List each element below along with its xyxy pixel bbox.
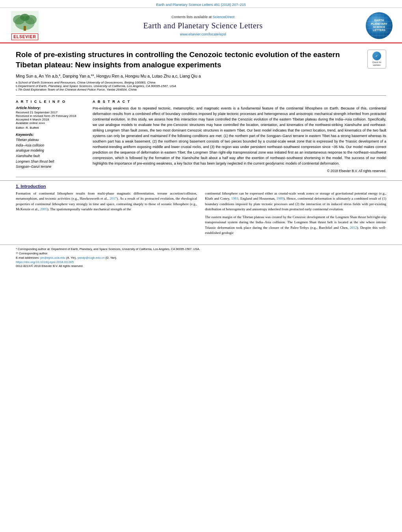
ref-1981[interactable]: 1981 [231, 196, 238, 200]
divider-1 [16, 95, 386, 96]
journal-header: ELSEVIER Contents lists available at Sci… [0, 8, 402, 43]
body-col-left: Formation of continental lithosphere res… [16, 191, 197, 238]
keyword-2: India–Asia collision [16, 143, 85, 148]
globe-text: EARTHPLANETARYSCIENCELETTERS [371, 19, 387, 32]
section1-number: 1. [16, 184, 19, 189]
contents-line: Contents lists available at ScienceDirec… [47, 15, 359, 19]
journal-url-link[interactable]: www.elsevier.com/locate/epsl [180, 32, 226, 36]
article-info-abstract: A R T I C L E I N F O Article history: R… [16, 100, 386, 172]
ref-1989[interactable]: 1989 [276, 196, 283, 200]
elsevier-tree-logo [11, 11, 39, 33]
abstract-text: Pre-existing weakness due to repeated te… [93, 106, 386, 166]
body-para-left-1: Formation of continental lithosphere res… [16, 191, 197, 212]
ref-2005[interactable]: 2005 [40, 207, 47, 211]
article-title-section: Role of pre-existing structures in contr… [16, 50, 386, 70]
affil-c: c 7th Gold Exploration Team of the Chine… [16, 88, 386, 91]
journal-center: Contents lists available at ScienceDirec… [43, 15, 363, 36]
journal-url: www.elsevier.com/locate/epsl [47, 32, 359, 36]
article-info-label: A R T I C L E I N F O [16, 100, 85, 104]
body-para-right-1: continental lithosphere can be expressed… [205, 191, 386, 212]
body-col-right: continental lithosphere can be expressed… [205, 191, 386, 238]
abstract-copyright: © 2018 Elsevier B.V. All rights reserved… [93, 169, 386, 173]
email-link-2[interactable]: yandp@cugb.edu.cn [77, 256, 104, 260]
globe-icon: EARTHPLANETARYSCIENCELETTERS [366, 12, 393, 39]
journal-top-bar: Earth and Planetary Science Letters 491 … [0, 0, 402, 8]
editor-line: Editor: R. Buffett [16, 126, 85, 130]
affiliations: a School of Earth Sciences and Resources… [16, 81, 386, 91]
footnotes-area: * Corresponding author at: Department of… [0, 245, 402, 269]
keyword-3: analogue modeling [16, 148, 85, 154]
page: Earth and Planetary Science Letters 491 … [0, 0, 402, 269]
sciencedirect-link[interactable]: ScienceDirect [213, 15, 235, 19]
svg-rect-4 [24, 26, 26, 31]
article-title: Role of pre-existing structures in contr… [16, 50, 363, 70]
copyright-footer: 0012-821X/© 2018 Elsevier B.V. All right… [16, 264, 386, 268]
section1-heading: 1. Introduction [16, 184, 386, 189]
received-date: Received 21 September 2017 [16, 111, 85, 114]
keywords-list: Tibetan plateau India–Asia collision ana… [16, 137, 85, 170]
article-body: 1. Introduction Formation of continental… [0, 180, 402, 245]
revised-date: Received in revised form 25 February 201… [16, 114, 85, 118]
article-content: Role of pre-existing structures in contr… [0, 43, 402, 177]
check-update-badge: ✓ Check forupdates [367, 50, 386, 69]
history-label: Article history: [16, 106, 85, 110]
doi-link[interactable]: https://doi.org/10.1016/j.epsl.2018.03.0… [16, 260, 74, 264]
divider-2 [16, 177, 386, 177]
email-note: E-mail addresses: yin@epss.ucla.edu (A. … [16, 256, 386, 260]
elsevier-wordmark: ELSEVIER [11, 33, 38, 40]
ref-2017[interactable]: 2017 [110, 196, 117, 200]
elsevier-logo-section: ELSEVIER [7, 11, 43, 40]
abstract-label: A B S T R A C T [93, 100, 386, 104]
email-link-1[interactable]: yin@epss.ucla.edu [40, 256, 65, 260]
check-update-label: Check forupdates [372, 61, 382, 67]
doi-line: https://doi.org/10.1016/j.epsl.2018.03.0… [16, 260, 386, 264]
ref-2012[interactable]: 2012 [350, 226, 357, 230]
journal-title: Earth and Planetary Science Letters [47, 20, 359, 31]
keyword-6: Songpan–Ganzi terrane [16, 164, 85, 170]
journal-ref: Earth and Planetary Science Letters 491 … [156, 3, 246, 7]
section1-title: Introduction [20, 184, 46, 189]
svg-point-5 [20, 14, 30, 21]
article-info-col: A R T I C L E I N F O Article history: R… [16, 100, 85, 172]
affil-a: a School of Earth Sciences and Resources… [16, 81, 386, 84]
accepted-date: Accepted 4 March 2018 [16, 118, 85, 121]
keywords-section: Keywords: Tibetan plateau India–Asia col… [16, 133, 85, 170]
authors-line: Ming Sun a, An Yin a,b,*, Danping Yan a,… [16, 74, 386, 78]
section1-body: Formation of continental lithosphere res… [16, 191, 386, 238]
keyword-1: Tibetan plateau [16, 137, 85, 143]
keyword-4: Xianshuihe fault [16, 154, 85, 159]
check-circle-icon: ✓ [372, 52, 381, 60]
abstract-col: A B S T R A C T Pre-existing weakness du… [93, 100, 386, 172]
keywords-label: Keywords: [16, 133, 85, 137]
journal-globe-logo: EARTHPLANETARYSCIENCELETTERS [363, 12, 395, 39]
corresponding2-note: ** Corresponding author. [16, 252, 386, 255]
keyword-5: Longmen Shan thrust belt [16, 159, 85, 165]
affil-b: b Department of Earth, Planetary, and Sp… [16, 84, 386, 88]
available-date: Available online xxxx [16, 121, 85, 125]
body-para-right-2: The eastern margin of the Tibetan platea… [205, 215, 386, 236]
corresponding1-note: * Corresponding author at: Department of… [16, 247, 386, 251]
